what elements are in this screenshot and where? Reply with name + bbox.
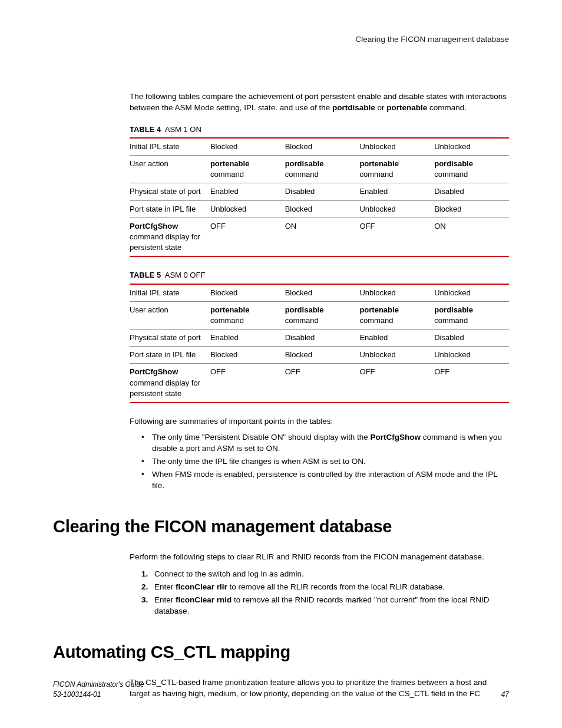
cell: Unblocked: [434, 138, 509, 156]
row-label: Initial IPL state: [130, 284, 210, 302]
cell-sub: command: [285, 170, 319, 179]
cell: Blocked: [210, 347, 285, 364]
table-row: PortCfgShowcommand display for persisten…: [130, 218, 509, 256]
list-item: Enter ficonClear rlir to remove all the …: [141, 582, 509, 593]
cell-bold: pordisable: [285, 305, 324, 314]
list-item: When FMS mode is enabled, persistence is…: [141, 469, 509, 492]
text: When FMS mode is enabled, persistence is…: [152, 470, 497, 490]
table5: Initial IPL state Blocked Blocked Unbloc…: [130, 284, 509, 404]
cell: Blocked: [285, 347, 360, 364]
cell: Unblocked: [434, 347, 509, 364]
list-item: Enter ficonClear rnid to remove all the …: [141, 595, 509, 617]
table5-label: TABLE 5: [130, 271, 161, 279]
row-label: Initial IPL state: [130, 138, 210, 156]
running-header: Clearing the FICON management database: [53, 34, 509, 45]
table-row: Physical state of port Enabled Disabled …: [130, 330, 509, 347]
cell: pordisablecommand: [285, 301, 360, 329]
cell: Enabled: [359, 183, 434, 200]
list-item: Connect to the switch and log in as admi…: [141, 569, 509, 580]
cell-bold: pordisable: [285, 159, 324, 168]
cell: OFF: [359, 364, 434, 403]
footer-docnum: 53-1003144-01: [53, 690, 144, 700]
cell: OFF: [285, 364, 360, 403]
cell: OFF: [210, 218, 285, 256]
text-bold: ficonClear rlir: [176, 582, 227, 591]
summary-list: The only time "Persistent Disable ON" sh…: [130, 432, 509, 491]
cell: pordisablecommand: [285, 156, 360, 183]
text: Enter: [154, 582, 176, 591]
intro-cmd-portenable: portenable: [386, 103, 427, 112]
row-label: PortCfgShowcommand display for persisten…: [130, 364, 210, 403]
cell: OFF: [434, 364, 509, 403]
cell: Enabled: [359, 330, 434, 347]
intro-post: command.: [427, 103, 467, 112]
cell: pordisablecommand: [434, 301, 509, 329]
heading-clearing-ficon: Clearing the FICON management database: [53, 515, 509, 539]
cell: Unblocked: [359, 347, 434, 364]
cell: Blocked: [285, 200, 360, 218]
table5-caption: TABLE 5 ASM 0 OFF: [130, 270, 509, 281]
footer-page-number: 47: [501, 690, 509, 700]
cell: ON: [434, 218, 509, 256]
cell: Unblocked: [359, 138, 434, 156]
row-label: User action: [130, 301, 210, 329]
cell: OFF: [210, 364, 285, 403]
table-row: Initial IPL state Blocked Blocked Unbloc…: [130, 138, 509, 156]
row-label: PortCfgShowcommand display for persisten…: [130, 218, 210, 256]
cell: Blocked: [285, 138, 360, 156]
table4-caption: TABLE 4 ASM 1 ON: [130, 124, 509, 135]
table4: Initial IPL state Blocked Blocked Unbloc…: [130, 137, 509, 258]
cell-bold: portenable: [210, 159, 249, 168]
cell: portenablecommand: [210, 156, 285, 183]
cell: Enabled: [210, 183, 285, 200]
table-row: User action portenablecommand pordisable…: [130, 156, 509, 183]
cell: Unblocked: [359, 284, 434, 302]
page-footer: FICON Administrator's Guide 53-1003144-0…: [53, 680, 509, 700]
text: The only time the IPL file changes is wh…: [152, 457, 366, 466]
cell: Blocked: [210, 138, 285, 156]
cell: Blocked: [285, 284, 360, 302]
cell: Blocked: [434, 200, 509, 218]
cell-bold: portenable: [359, 305, 398, 314]
text: to remove all the RLIR records from the …: [227, 582, 445, 591]
table4-label: TABLE 4: [130, 125, 161, 134]
row-label-sub: command display for persistent state: [130, 232, 200, 252]
footer-title: FICON Administrator's Guide: [53, 680, 144, 690]
cell-sub: command: [359, 316, 393, 325]
text: The only time "Persistent Disable ON" sh…: [152, 433, 371, 442]
cell: Disabled: [434, 183, 509, 200]
heading-automating-csctl: Automating CS_CTL mapping: [53, 640, 509, 664]
table-row: Physical state of port Enabled Disabled …: [130, 183, 509, 200]
row-label: Physical state of port: [130, 330, 210, 347]
cell: Unblocked: [210, 200, 285, 218]
cell: OFF: [359, 218, 434, 256]
cell: Enabled: [210, 330, 285, 347]
table5-title: ASM 0 OFF: [165, 271, 206, 279]
row-label: Physical state of port: [130, 183, 210, 200]
text-bold: ficonClear rnid: [176, 595, 232, 604]
cell-sub: command: [359, 170, 393, 179]
intro-or: or: [375, 103, 387, 112]
cell: Disabled: [434, 330, 509, 347]
cell: Blocked: [210, 284, 285, 302]
table-row: User action portenablecommand pordisable…: [130, 301, 509, 329]
row-label: Port state in IPL file: [130, 347, 210, 364]
table4-title: ASM 1 ON: [165, 125, 201, 134]
row-label: User action: [130, 156, 210, 183]
text: Enter: [154, 595, 176, 604]
table-row: PortCfgShowcommand display for persisten…: [130, 364, 509, 403]
cell-bold: portenable: [210, 305, 249, 314]
text: Connect to the switch and log in as admi…: [154, 569, 304, 578]
intro-paragraph: The following tables compare the achieve…: [130, 91, 509, 114]
cell: pordisablecommand: [434, 156, 509, 183]
cell-sub: command: [434, 170, 468, 179]
cell-sub: command: [434, 316, 468, 325]
text-bold: PortCfgShow: [371, 433, 421, 442]
row-label-bold: PortCfgShow: [130, 222, 178, 230]
cell-bold: pordisable: [434, 305, 473, 314]
table-row: Initial IPL state Blocked Blocked Unbloc…: [130, 284, 509, 302]
cell: portenablecommand: [359, 301, 434, 329]
table-row: Port state in IPL file Unblocked Blocked…: [130, 200, 509, 218]
cell: portenablecommand: [210, 301, 285, 329]
cell-bold: pordisable: [434, 159, 473, 168]
